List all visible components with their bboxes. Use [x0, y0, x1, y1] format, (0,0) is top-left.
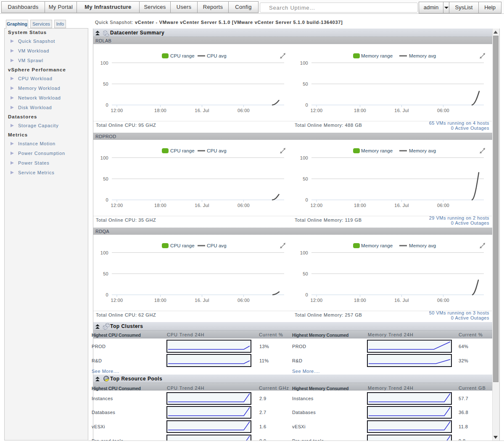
svg-text:50: 50	[103, 81, 108, 87]
svg-text:100: 100	[300, 155, 308, 160]
svg-text:Memory avg: Memory avg	[409, 53, 436, 58]
svg-text:0: 0	[306, 197, 308, 202]
svg-text:18:00: 18:00	[154, 298, 166, 303]
svg-text:Memory avg: Memory avg	[409, 243, 436, 248]
svg-text:CPU range: CPU range	[170, 243, 195, 248]
svg-text:Memory range: Memory range	[361, 243, 393, 248]
svg-text:12:00: 12:00	[310, 108, 322, 113]
svg-text:12:00: 12:00	[111, 203, 123, 208]
svg-text:18:00: 18:00	[154, 108, 166, 113]
svg-text:50: 50	[303, 81, 308, 87]
svg-text:0: 0	[306, 102, 308, 107]
svg-text:CPU avg: CPU avg	[207, 53, 227, 58]
svg-text:Memory avg: Memory avg	[409, 148, 436, 153]
svg-text:0: 0	[306, 292, 308, 297]
svg-text:Memory range: Memory range	[361, 148, 393, 153]
svg-text:16. Jul: 16. Jul	[394, 108, 409, 113]
svg-text:100: 100	[300, 60, 308, 66]
svg-text:100: 100	[100, 155, 108, 160]
svg-text:12:00: 12:00	[111, 298, 123, 303]
svg-text:18:00: 18:00	[354, 108, 366, 113]
svg-text:Memory range: Memory range	[361, 53, 393, 58]
svg-text:CPU avg: CPU avg	[207, 243, 227, 248]
svg-text:16. Jul: 16. Jul	[394, 203, 409, 208]
svg-text:06:00: 06:00	[237, 298, 250, 303]
svg-text:16. Jul: 16. Jul	[195, 203, 209, 208]
svg-text:16. Jul: 16. Jul	[195, 108, 209, 113]
svg-text:06:00: 06:00	[437, 203, 449, 208]
svg-text:50: 50	[103, 176, 108, 181]
svg-text:12:00: 12:00	[111, 108, 123, 113]
svg-text:12:00: 12:00	[310, 203, 322, 208]
svg-text:06:00: 06:00	[437, 298, 449, 303]
svg-text:50: 50	[103, 271, 108, 276]
svg-text:18:00: 18:00	[354, 298, 366, 303]
svg-text:100: 100	[100, 250, 108, 255]
svg-text:16. Jul: 16. Jul	[394, 298, 409, 303]
svg-text:12:00: 12:00	[310, 298, 322, 303]
svg-text:CPU range: CPU range	[170, 53, 195, 58]
svg-text:CPU avg: CPU avg	[207, 148, 227, 153]
svg-text:100: 100	[300, 250, 308, 255]
svg-text:50: 50	[303, 271, 308, 276]
svg-text:06:00: 06:00	[237, 203, 250, 208]
svg-text:18:00: 18:00	[354, 203, 366, 208]
svg-text:50: 50	[303, 176, 308, 181]
svg-text:CPU range: CPU range	[170, 148, 195, 153]
svg-text:06:00: 06:00	[437, 108, 449, 113]
svg-text:0: 0	[106, 102, 108, 107]
svg-text:16. Jul: 16. Jul	[195, 298, 209, 303]
svg-text:0: 0	[106, 292, 108, 297]
svg-text:0: 0	[106, 197, 108, 202]
svg-text:06:00: 06:00	[237, 108, 250, 113]
svg-text:18:00: 18:00	[154, 203, 166, 208]
svg-text:100: 100	[100, 60, 108, 66]
